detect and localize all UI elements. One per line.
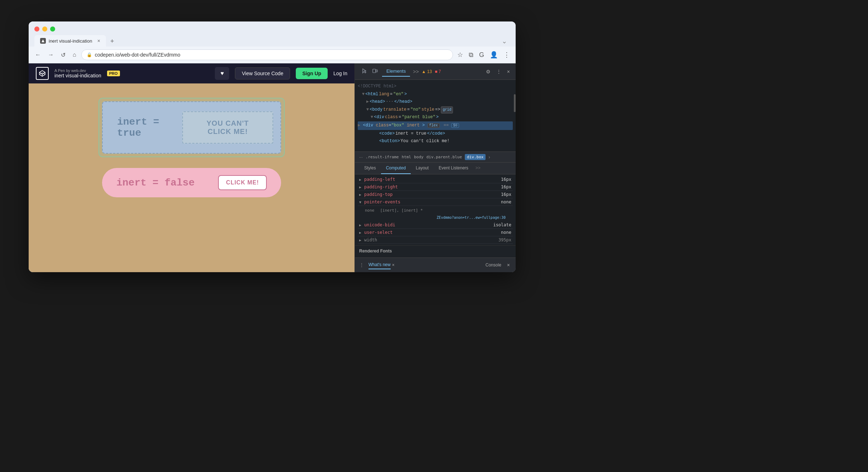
google-button[interactable]: G [478, 50, 486, 60]
breadcrumb-forward-button[interactable]: › [488, 155, 490, 160]
devtools-device-button[interactable] [371, 67, 379, 76]
new-tab-button[interactable]: + [107, 36, 117, 47]
breadcrumb-html[interactable]: html [402, 155, 411, 159]
pointer-events-value: none [365, 207, 375, 214]
tree-html[interactable]: ▼ <html lang="en" > [358, 91, 513, 98]
signup-button[interactable]: Sign Up [296, 68, 328, 79]
devtools-close-button[interactable]: × [506, 68, 511, 75]
devtools-elements-tab[interactable]: Elements [382, 66, 410, 77]
svg-marker-0 [42, 39, 44, 42]
heart-button[interactable]: ♥ [215, 67, 229, 80]
tree-button[interactable]: <button>You can't click me! [358, 138, 513, 145]
prop-name-pointer-events[interactable]: pointer-events [364, 199, 481, 204]
whats-new-close-button[interactable]: × [392, 263, 395, 268]
browser-window: inert visual-indication × + ⌄ ← → ↺ ⌂ 🔒 … [29, 21, 516, 272]
computed-tab[interactable]: Computed [381, 163, 411, 174]
prop-name-padding-right[interactable]: padding-right [364, 184, 481, 189]
bookmark-button[interactable]: ☆ [456, 49, 464, 60]
rendered-fonts-title: Rendered Fonts [359, 249, 511, 254]
inert-false-box: inert = false CLICK ME! [102, 168, 281, 197]
expand-arrow[interactable]: ▶ [359, 178, 363, 182]
fullscreen-traffic-light[interactable] [50, 27, 55, 32]
console-tab[interactable]: Console [486, 263, 501, 268]
devtools-toolbar: Elements >> ▲ 13 ■ 7 ⚙ ⋮ × [355, 63, 516, 80]
browser-overflow-button[interactable]: ⌄ [499, 36, 510, 47]
address-bar[interactable]: 🔒 codepen.io/web-dot-dev/full/ZEvdmmo [81, 49, 453, 60]
breadcrumb-body[interactable]: body [414, 155, 424, 159]
minimize-traffic-light[interactable] [42, 27, 47, 32]
prop-name-width[interactable]: width [364, 237, 481, 242]
prop-name-user-select[interactable]: user-select [364, 230, 481, 235]
tree-scrollbar[interactable] [514, 94, 516, 112]
close-traffic-light[interactable] [34, 27, 39, 32]
codepen-info: A Pen by web.dev inert visual-indication [54, 68, 101, 78]
codepen-pen-title: inert visual-indication [54, 73, 101, 78]
devtools-inspect-button[interactable] [359, 67, 368, 76]
expand-arrow[interactable]: ▶ [359, 193, 363, 197]
tab-title: inert visual-indication [49, 38, 92, 44]
codepen-preview: inert = true YOU CAN'T CLICK ME! inert =… [29, 83, 355, 272]
inert-true-box: inert = true YOU CAN'T CLICK ME! [102, 101, 281, 154]
browser-menu-button[interactable]: ⋮ [502, 49, 511, 60]
active-tab[interactable]: inert visual-indication × [34, 35, 106, 47]
click-me-button[interactable]: CLICK ME! [218, 175, 267, 190]
tab-close-button[interactable]: × [97, 38, 100, 44]
devtools-error-count: ■ 7 [435, 69, 441, 74]
view-source-button[interactable]: View Source Code [235, 67, 290, 80]
tab-bar: inert visual-indication × + ⌄ [34, 35, 510, 47]
login-button[interactable]: Log In [333, 71, 347, 76]
pointer-events-detail: none [inert], [inert] * ZEvdmmo?anon=tr.… [358, 206, 513, 221]
tree-body[interactable]: ▼ <body translate="no" style=> grid [358, 106, 513, 114]
expand-arrow-pointer-events[interactable]: ▼ [359, 200, 363, 204]
codepen-logo [36, 67, 49, 80]
extensions-button[interactable]: ⧉ [467, 50, 475, 60]
prop-value-padding-top: 16px [483, 192, 511, 197]
whats-new-tab[interactable]: What's new × [368, 261, 395, 269]
pro-badge: PRO [107, 71, 120, 76]
refresh-button[interactable]: ↺ [59, 50, 68, 60]
breadcrumb-div-parent[interactable]: div.parent.blue [426, 155, 462, 159]
url-text: codepen.io/web-dot-dev/full/ZEvdmmo [95, 52, 180, 58]
codepen-subtitle: A Pen by web.dev [54, 68, 101, 73]
devtools-more-tabs-button[interactable]: >> [413, 69, 419, 74]
tree-code[interactable]: <code>inert = true</code> [358, 130, 513, 138]
bottom-more-button[interactable]: ⋮ [359, 262, 364, 268]
expand-arrow[interactable]: ▶ [359, 185, 363, 189]
profile-button[interactable]: 👤 [488, 49, 499, 60]
css-prop-pointer-events: ▼ pointer-events none [358, 198, 513, 206]
tree-div-box[interactable]: ▶ <div class="box" inert > flex == $0 [358, 121, 513, 130]
prop-value-width: 395px [483, 237, 511, 242]
breadcrumb-div-box[interactable]: div.box [465, 154, 486, 160]
expand-arrow[interactable]: ▶ [359, 238, 363, 242]
forward-button[interactable]: → [46, 50, 56, 59]
devtools-warning-count: ▲ 13 [422, 69, 432, 74]
svg-rect-5 [373, 69, 376, 73]
pointer-events-source[interactable]: ZEvdmmo?anon=tr...ew=fullpage:30 [437, 216, 506, 220]
whats-new-label: What's new [368, 261, 391, 269]
devtools-menu-button[interactable]: ⋮ [495, 68, 503, 75]
prop-name-unicode-bidi[interactable]: unicode-bidi [364, 222, 481, 227]
breadcrumb-iframe[interactable]: .result-iframe [366, 155, 399, 159]
home-button[interactable]: ⌂ [71, 50, 78, 59]
layout-tab[interactable]: Layout [411, 163, 434, 174]
toolbar-actions: ☆ ⧉ G 👤 ⋮ [456, 49, 511, 60]
bottom-panel-close-button[interactable]: × [506, 261, 511, 269]
tree-div-parent[interactable]: ▼ <div class="parent blue" > [358, 114, 513, 121]
prop-value-user-select: none [483, 230, 511, 235]
devtools-settings-button[interactable]: ⚙ [484, 68, 492, 75]
expand-arrow[interactable]: ▶ [359, 223, 363, 227]
breadcrumb-more-button[interactable]: ··· [359, 155, 363, 160]
prop-value-unicode-bidi: isolate [483, 222, 511, 227]
prop-name-padding-top[interactable]: padding-top [364, 192, 481, 197]
elements-tab-label: Elements [386, 68, 406, 74]
styles-tab[interactable]: Styles [359, 163, 381, 174]
expand-arrow[interactable]: ▶ [359, 231, 363, 235]
tree-head[interactable]: ▶ <head> ··· </head> [358, 98, 513, 106]
event-listeners-tab[interactable]: Event Listeners [434, 163, 473, 174]
back-button[interactable]: ← [33, 50, 43, 59]
prop-name-padding-left[interactable]: padding-left [364, 177, 481, 182]
svg-rect-6 [376, 70, 377, 72]
lock-icon: 🔒 [87, 52, 92, 57]
computed-more-tabs[interactable]: >> [473, 163, 483, 174]
computed-panel: Styles Computed Layout Event Listeners >… [355, 163, 516, 257]
